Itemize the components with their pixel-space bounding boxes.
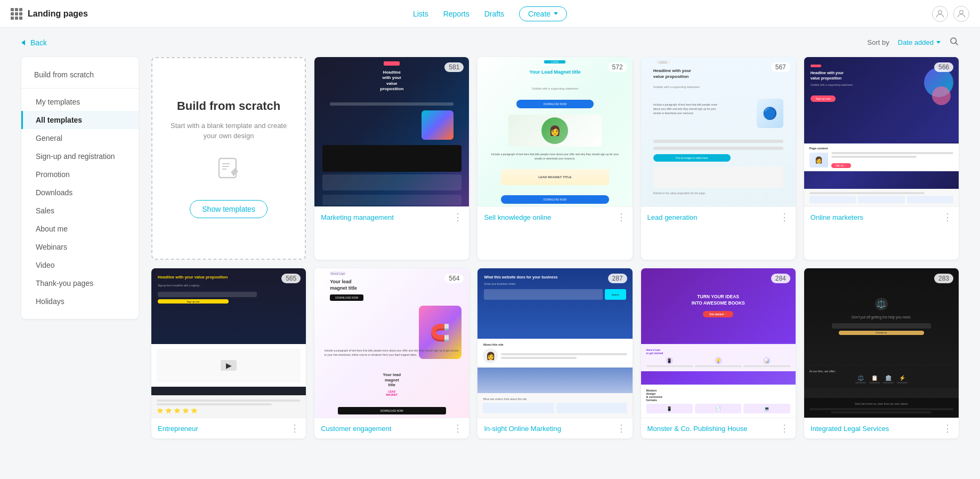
template-menu-marketing-mgmt[interactable]: ⋮ — [453, 212, 463, 222]
template-badge-lead-generation: 567 — [771, 62, 790, 72]
template-menu-insight-online[interactable]: ⋮ — [617, 424, 626, 433]
card-footer-entrepreneur: Entrepreneur ⋮ — [151, 418, 306, 438]
sub-header: Back Sort by Date added — [0, 28, 980, 57]
chevron-left-icon — [21, 40, 25, 45]
sidebar: Build from scratch My templates All temp… — [21, 57, 139, 319]
template-badge-marketing-mgmt: 581 — [444, 62, 464, 72]
template-menu-lead-generation[interactable]: ⋮ — [780, 212, 789, 222]
header-right — [730, 6, 969, 22]
svg-point-0 — [938, 10, 942, 14]
card-footer-sell-knowledge: Sell knowledge online ⋮ — [477, 206, 632, 227]
template-badge-monster-publishing: 284 — [771, 274, 790, 283]
scratch-subtitle: Start with a blank template and create y… — [165, 121, 292, 141]
template-image-marketing-mgmt: Headlinewith yourvalueproposition — [314, 57, 469, 206]
template-card-lead-generation[interactable]: LOGO Headline with yourvalue proposition… — [641, 57, 796, 260]
template-image-online-marketers: Headline with yourvalue proposition Subt… — [804, 57, 959, 206]
template-image-entrepreneur: Headline with your value proposition Sig… — [151, 268, 306, 418]
card-footer-online-marketers: Online marketers ⋮ — [804, 206, 959, 227]
template-menu-customer-engagement[interactable]: ⋮ — [453, 424, 463, 433]
svg-point-1 — [960, 10, 963, 14]
template-title-insight-online: In-sight Online Marketing — [484, 425, 561, 433]
sidebar-item-about-me[interactable]: About me — [21, 220, 139, 238]
template-badge-integrated-legal: 283 — [934, 274, 953, 283]
template-title-lead-generation: Lead generation — [647, 213, 698, 221]
template-menu-monster-publishing[interactable]: ⋮ — [780, 424, 789, 433]
template-card-sell-knowledge[interactable]: LOGO Your Lead Magnet title Subtitle wit… — [477, 57, 632, 260]
template-menu-sell-knowledge[interactable]: ⋮ — [617, 212, 626, 222]
card-footer-insight-online: In-sight Online Marketing ⋮ — [477, 418, 632, 438]
template-menu-entrepreneur[interactable]: ⋮ — [290, 424, 299, 433]
back-button[interactable]: Back — [21, 38, 47, 47]
sidebar-item-sales[interactable]: Sales — [21, 202, 139, 220]
template-title-entrepreneur: Entrepreneur — [158, 425, 198, 433]
template-title-sell-knowledge: Sell knowledge online — [484, 213, 551, 221]
template-title-customer-engagement: Customer engagement — [321, 425, 391, 433]
sidebar-item-all-templates[interactable]: All templates — [21, 111, 139, 129]
create-button[interactable]: Create — [519, 6, 567, 21]
card-footer-lead-generation: Lead generation ⋮ — [641, 206, 796, 227]
header-left: Landing pages — [11, 8, 250, 20]
template-badge-customer-engagement: 564 — [444, 274, 464, 283]
card-footer-marketing-mgmt: Marketing management ⋮ — [314, 206, 469, 227]
sidebar-item-webinars[interactable]: Webinars — [21, 238, 139, 256]
template-card-integrated-legal[interactable]: ⚖️ Don't put off getting the help you ne… — [804, 268, 959, 438]
template-image-sell-knowledge: LOGO Your Lead Magnet title Subtitle wit… — [477, 57, 632, 206]
template-badge-sell-knowledge: 572 — [608, 62, 627, 72]
sidebar-item-video[interactable]: Video — [21, 256, 139, 274]
template-badge-entrepreneur: 565 — [281, 274, 301, 283]
sidebar-divider — [21, 88, 139, 89]
template-image-monster-publishing: TURN YOUR IDEASINTO AWESOME BOOKS Get st… — [641, 268, 796, 418]
sub-header-right: Sort by Date added — [868, 36, 959, 49]
sidebar-item-my-templates[interactable]: My templates — [21, 93, 139, 111]
card-footer-customer-engagement: Customer engagement ⋮ — [314, 418, 469, 438]
template-card-customer-engagement[interactable]: Brand Logo Your leadmagnet title DOWNLOA… — [314, 268, 469, 438]
template-image-lead-generation: LOGO Headline with yourvalue proposition… — [641, 57, 796, 206]
sidebar-item-general[interactable]: General — [21, 129, 139, 147]
scratch-card[interactable]: Build from scratch Start with a blank te… — [151, 57, 306, 260]
templates-grid: Build from scratch Start with a blank te… — [151, 57, 959, 438]
template-menu-integrated-legal[interactable]: ⋮ — [943, 424, 952, 433]
app-grid-icon[interactable] — [11, 8, 22, 20]
app-header: Landing pages Lists Reports Drafts Creat… — [0, 0, 980, 28]
template-image-insight-online: What this website does for your business… — [477, 268, 632, 418]
sidebar-item-signup[interactable]: Sign-up and registration — [21, 147, 139, 165]
template-card-online-marketers[interactable]: Headline with yourvalue proposition Subt… — [804, 57, 959, 260]
template-card-entrepreneur[interactable]: Headline with your value proposition Sig… — [151, 268, 306, 438]
template-image-integrated-legal: ⚖️ Don't put off getting the help you ne… — [804, 268, 959, 418]
nav-reports[interactable]: Reports — [443, 10, 469, 18]
sidebar-item-promotion[interactable]: Promotion — [21, 165, 139, 183]
sidebar-item-thank-you[interactable]: Thank-you pages — [21, 274, 139, 292]
search-button[interactable] — [949, 36, 959, 49]
template-card-insight-online[interactable]: What this website does for your business… — [477, 268, 632, 438]
sidebar-item-build-from-scratch[interactable]: Build from scratch — [21, 66, 139, 84]
svg-line-3 — [955, 43, 958, 45]
show-templates-button[interactable]: Show templates — [190, 200, 268, 218]
scratch-edit-icon — [215, 154, 242, 187]
template-badge-online-marketers: 566 — [934, 62, 953, 72]
sort-chevron-icon — [936, 41, 941, 44]
account-avatar[interactable] — [953, 6, 969, 22]
main-nav: Lists Reports Drafts Create — [250, 6, 730, 21]
template-title-marketing-mgmt: Marketing management — [321, 213, 394, 221]
scratch-title: Build from scratch — [177, 99, 280, 114]
template-title-monster-publishing: Monster & Co. Publishing House — [647, 425, 748, 433]
user-avatar[interactable] — [932, 6, 948, 22]
template-title-integrated-legal: Integrated Legal Services — [811, 425, 889, 433]
template-image-customer-engagement: Brand Logo Your leadmagnet title DOWNLOA… — [314, 268, 469, 418]
nav-lists[interactable]: Lists — [413, 10, 428, 18]
main-container: Build from scratch My templates All temp… — [0, 57, 980, 460]
templates-area: Build from scratch Start with a blank te… — [151, 57, 959, 438]
sort-label: Sort by — [868, 38, 889, 46]
card-footer-monster-publishing: Monster & Co. Publishing House ⋮ — [641, 418, 796, 438]
template-title-online-marketers: Online marketers — [811, 213, 863, 221]
template-card-monster-publishing[interactable]: TURN YOUR IDEASINTO AWESOME BOOKS Get st… — [641, 268, 796, 438]
template-menu-online-marketers[interactable]: ⋮ — [943, 212, 952, 222]
nav-drafts[interactable]: Drafts — [484, 10, 504, 18]
card-footer-integrated-legal: Integrated Legal Services ⋮ — [804, 418, 959, 438]
template-card-marketing-mgmt[interactable]: Headlinewith yourvalueproposition 581 Ma… — [314, 57, 469, 260]
svg-point-2 — [951, 38, 957, 44]
sort-value-button[interactable]: Date added — [898, 38, 941, 46]
sidebar-item-holidays[interactable]: Holidays — [21, 292, 139, 310]
sidebar-item-downloads[interactable]: Downloads — [21, 183, 139, 202]
template-badge-insight-online: 287 — [608, 274, 627, 283]
